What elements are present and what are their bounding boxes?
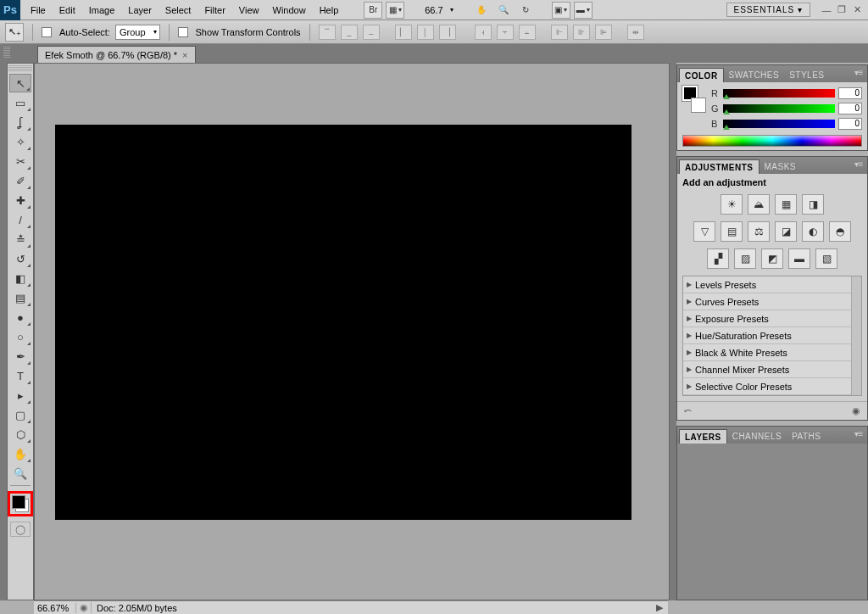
- menu-help[interactable]: Help: [313, 0, 346, 20]
- canvas-area[interactable]: [34, 63, 670, 600]
- mini-bg-swatch[interactable]: [691, 98, 706, 113]
- status-zoom[interactable]: 66.67%: [34, 603, 76, 613]
- preset-item[interactable]: ▶Hue/Saturation Presets: [683, 327, 861, 344]
- move-tool[interactable]: ↖: [9, 74, 31, 92]
- gradient-tool[interactable]: ▤: [9, 288, 31, 307]
- tools-grip-icon[interactable]: [8, 65, 32, 72]
- tab-strip-grip-icon[interactable]: [3, 47, 10, 59]
- tab-paths[interactable]: PATHS: [787, 429, 826, 444]
- status-play-icon[interactable]: ▶: [651, 602, 668, 613]
- distribute-hcenter-icon[interactable]: ⊪: [573, 25, 590, 40]
- slider-R[interactable]: [723, 89, 835, 98]
- history-brush-tool[interactable]: ↺: [9, 249, 31, 268]
- distribute-top-icon[interactable]: ⫞: [475, 25, 492, 40]
- adj-return-icon[interactable]: ⤺: [684, 405, 692, 416]
- gradient-map-icon[interactable]: ▬: [788, 248, 810, 269]
- vibrance-icon[interactable]: ▽: [693, 221, 715, 242]
- foreground-background-swatch[interactable]: [8, 491, 33, 516]
- eyedropper-tool[interactable]: ✐: [9, 171, 31, 190]
- menu-layer[interactable]: Layer: [121, 0, 159, 20]
- brightness-contrast-icon[interactable]: ☀: [721, 194, 743, 215]
- black-white-icon[interactable]: ◪: [775, 221, 797, 242]
- show-transform-checkbox[interactable]: [178, 27, 188, 37]
- tab-swatches[interactable]: SWATCHES: [724, 68, 785, 82]
- eraser-tool[interactable]: ◧: [9, 269, 31, 287]
- menu-image[interactable]: Image: [82, 0, 122, 20]
- hand-icon[interactable]: ✋: [472, 2, 491, 19]
- clone-stamp-tool[interactable]: ≛: [9, 230, 31, 248]
- invert-icon[interactable]: ▞: [707, 248, 729, 269]
- channel-mixer-icon[interactable]: ◓: [829, 221, 851, 242]
- dodge-tool[interactable]: ○: [9, 327, 31, 346]
- document-canvas[interactable]: [55, 125, 632, 520]
- panel-menu-icon[interactable]: ▾≡: [853, 159, 865, 170]
- 3d-tool[interactable]: ⬡: [9, 425, 31, 444]
- screen-mode-icon[interactable]: ▬▾: [574, 2, 593, 19]
- arrange-icon[interactable]: ▣▾: [552, 2, 570, 19]
- tab-masks[interactable]: MASKS: [760, 159, 802, 174]
- preset-scrollbar[interactable]: [851, 276, 861, 395]
- zoom-dropdown-icon[interactable]: ▾: [450, 6, 453, 14]
- slider-value-B[interactable]: 0: [838, 118, 862, 130]
- brush-tool[interactable]: /: [9, 210, 31, 229]
- auto-select-dropdown[interactable]: Group: [115, 25, 160, 40]
- preset-item[interactable]: ▶Black & White Presets: [683, 344, 861, 361]
- align-vcenter-icon[interactable]: ⎯: [341, 25, 358, 40]
- tab-close-icon[interactable]: ×: [182, 50, 187, 60]
- slider-G[interactable]: [723, 104, 835, 113]
- hand-tool[interactable]: ✋: [9, 444, 31, 463]
- window-restore-icon[interactable]: ❐: [836, 4, 848, 16]
- auto-align-icon[interactable]: ⇹: [627, 25, 644, 40]
- align-top-icon[interactable]: ⎺: [319, 25, 336, 40]
- zoom-readout[interactable]: 66.7: [420, 5, 448, 15]
- status-info-icon[interactable]: ◉: [76, 602, 92, 613]
- distribute-right-icon[interactable]: ⊫: [595, 25, 612, 40]
- preset-item[interactable]: ▶Curves Presets: [683, 293, 861, 310]
- tab-adjustments[interactable]: ADJUSTMENTS: [679, 159, 760, 174]
- quick-select-tool[interactable]: ✧: [9, 132, 31, 151]
- adj-clip-icon[interactable]: ◉: [852, 405, 860, 416]
- align-bottom-icon[interactable]: ⎽: [363, 25, 380, 40]
- foreground-color-swatch[interactable]: [12, 495, 25, 509]
- window-close-icon[interactable]: ✕: [851, 4, 863, 16]
- tab-color[interactable]: COLOR: [679, 68, 724, 82]
- zoom-icon[interactable]: 🔍: [494, 2, 513, 19]
- shape-tool[interactable]: ▢: [9, 405, 31, 424]
- document-tab[interactable]: Efek Smoth @ 66.7% (RGB/8) * ×: [37, 46, 196, 63]
- slider-B[interactable]: [723, 120, 835, 128]
- window-minimize-icon[interactable]: —: [821, 4, 832, 16]
- tab-layers[interactable]: LAYERS: [679, 429, 727, 444]
- preset-item[interactable]: ▶Exposure Presets: [683, 310, 861, 327]
- menu-edit[interactable]: Edit: [53, 0, 82, 20]
- preset-item[interactable]: ▶Channel Mixer Presets: [683, 361, 861, 378]
- auto-select-checkbox[interactable]: [42, 27, 52, 37]
- workspace-switcher[interactable]: ESSENTIALS ▾: [726, 3, 810, 17]
- photo-filter-icon[interactable]: ◐: [802, 221, 824, 242]
- preset-item[interactable]: ▶Selective Color Presets: [683, 378, 861, 395]
- hue-sat-icon[interactable]: ▤: [721, 221, 743, 242]
- quick-mask-icon[interactable]: ◯: [10, 522, 31, 537]
- selective-color-icon[interactable]: ▧: [815, 248, 837, 269]
- lasso-tool[interactable]: ʆ: [9, 113, 31, 131]
- align-hcenter-icon[interactable]: │: [417, 25, 434, 40]
- blur-tool[interactable]: ●: [9, 308, 31, 327]
- rotate-icon[interactable]: ↻: [516, 2, 535, 19]
- exposure-icon[interactable]: ◨: [802, 194, 824, 215]
- bridge-icon[interactable]: Br: [364, 2, 382, 19]
- healing-tool[interactable]: ✚: [9, 191, 31, 209]
- tab-styles[interactable]: STYLES: [784, 68, 829, 82]
- marquee-tool[interactable]: ▭: [9, 93, 31, 112]
- levels-icon[interactable]: ⛰: [748, 194, 770, 215]
- crop-tool[interactable]: ✂: [9, 152, 31, 170]
- pen-tool[interactable]: ✒: [9, 347, 31, 366]
- menu-select[interactable]: Select: [159, 0, 198, 20]
- path-select-tool[interactable]: ▸: [9, 386, 31, 405]
- slider-value-R[interactable]: 0: [838, 87, 862, 99]
- menu-window[interactable]: Window: [266, 0, 313, 20]
- align-left-icon[interactable]: ▏: [395, 25, 412, 40]
- current-tool-icon[interactable]: ↖₊: [5, 23, 24, 42]
- status-doc-info[interactable]: Doc: 2.05M/0 bytes: [92, 603, 182, 613]
- menu-filter[interactable]: Filter: [198, 0, 231, 20]
- color-balance-icon[interactable]: ⚖: [748, 221, 770, 242]
- curves-icon[interactable]: ▦: [775, 194, 797, 215]
